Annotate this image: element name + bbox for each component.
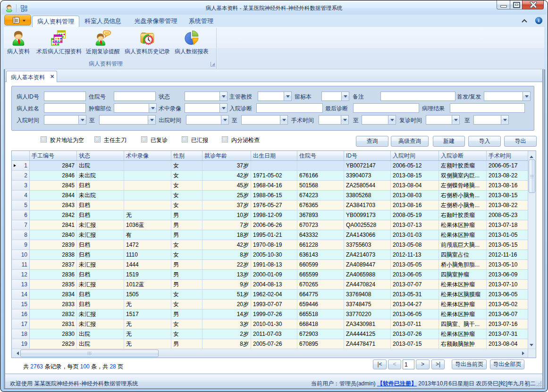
cell[interactable] [124, 200, 171, 210]
specimen-select[interactable] [321, 92, 349, 101]
cell[interactable]: 16 [12, 309, 30, 319]
cell[interactable]: 12 [12, 270, 30, 279]
cell[interactable]: 2839 [30, 240, 77, 250]
cell[interactable]: 10 [12, 250, 30, 259]
column-header-visit-age[interactable]: 就诊年龄 [202, 151, 251, 160]
checkbox-revisited[interactable] [141, 136, 147, 142]
horizontal-scrollbar-thumb[interactable] [20, 350, 159, 357]
cell[interactable]: 2013-06-07 [487, 309, 529, 319]
cell[interactable]: 四脑室肿瘤 [439, 270, 487, 279]
cell[interactable]: 2013-01-03 [391, 230, 439, 240]
cell[interactable]: ZA4143066 [344, 230, 391, 240]
cell[interactable]: 女 [171, 181, 202, 190]
cell[interactable]: 664775 [297, 290, 344, 299]
cell[interactable]: 8岁 [202, 339, 251, 349]
cell[interactable]: 25岁 [202, 191, 251, 200]
cell[interactable]: 女 [171, 161, 202, 170]
table-row[interactable]: 102838归档1110女8岁2005-10-30636143ZA4214073… [12, 250, 536, 260]
cell[interactable]: 2845 [30, 181, 77, 190]
admission-date-to-select[interactable] [99, 115, 156, 125]
cell[interactable]: 左侧桥小脑角... [439, 200, 487, 210]
ribbon-tab-disc-video-management[interactable]: 光盘录像带管理 [131, 16, 181, 27]
cell[interactable]: 女 [171, 300, 202, 309]
cell[interactable]: 2013-08-16 [487, 181, 529, 190]
cell[interactable]: 四脑室占位 [439, 250, 487, 259]
cell[interactable]: 2833 [30, 300, 77, 309]
cell[interactable]: 2 [12, 171, 30, 180]
cell[interactable]: ZA4470824 [344, 280, 391, 289]
chevron-down-icon[interactable] [149, 104, 156, 112]
query-button[interactable]: 查询 [356, 136, 388, 147]
surgery-video-select[interactable] [185, 103, 228, 113]
cell[interactable]: 2013-05-15 [487, 240, 529, 250]
cell[interactable]: 桥小脑角胆脂... [439, 260, 487, 269]
dialog-launcher-icon[interactable] [211, 62, 215, 67]
cell[interactable]: ZA4444125 [344, 329, 391, 339]
cell[interactable]: 女 [171, 200, 202, 210]
table-row[interactable]: 62842归档无男10岁1998-12-09367893YB0099173200… [12, 210, 536, 220]
cell[interactable]: 男 [171, 280, 202, 289]
cell[interactable]: 归档 [77, 270, 124, 279]
chevron-down-icon[interactable] [219, 104, 227, 112]
advanced-query-button[interactable]: 高级查询 [391, 136, 429, 147]
ribbon-tab-system-management[interactable]: 系统管理 [185, 16, 218, 27]
cell[interactable]: 2838 [30, 250, 77, 259]
cell[interactable]: 男 [171, 230, 202, 240]
cell[interactable]: 2840 [30, 230, 77, 240]
cell[interactable]: 1472 [124, 240, 171, 250]
ribbon-tab-patient-management[interactable]: 病人资料管理 [32, 16, 79, 27]
cell[interactable] [297, 161, 344, 170]
table-row[interactable]: 52843归档女37岁1976-05-27676365ZA38417032013… [12, 200, 536, 210]
cell[interactable]: 2830 [30, 329, 77, 339]
cell[interactable]: 1012蓝 [124, 280, 171, 289]
cell[interactable]: 672903 [297, 329, 344, 339]
cell[interactable]: 2843 [30, 200, 77, 210]
cell[interactable]: 1444 [124, 260, 171, 269]
column-header-admission-diagnosis[interactable]: 入院诊断 [439, 151, 487, 160]
cell[interactable]: 未汇报 [77, 230, 124, 240]
table-row[interactable]: 32845归档女45岁1968-04-16501568ZA25805442013… [12, 181, 536, 191]
revisit-date-from-select[interactable] [426, 115, 460, 125]
cell[interactable]: 松果体区肿瘤 [439, 230, 487, 240]
column-header-id-number[interactable]: ID号 [344, 151, 391, 160]
checkbox-reported[interactable] [182, 136, 188, 142]
cell[interactable]: 1991-08-13 [251, 260, 297, 269]
table-row[interactable]: 112837未汇报1444男22岁1991-08-13660599ZA40894… [12, 260, 536, 270]
cell[interactable]: 14 [12, 290, 30, 299]
cell[interactable]: 670265 [297, 280, 344, 289]
export-current-button[interactable]: 导出当前页 [452, 359, 487, 369]
cell[interactable]: 643332 [297, 230, 344, 240]
cell[interactable]: 未汇报 [77, 309, 124, 319]
cell[interactable]: 2835 [30, 280, 77, 289]
cell[interactable]: 2013-06-05 [391, 270, 439, 279]
cell[interactable]: YB0072147 [344, 161, 391, 170]
cell[interactable]: 676166 [297, 171, 344, 180]
cell[interactable]: 2013-06-05 [487, 290, 529, 299]
cell[interactable]: 2008-05-23 [487, 210, 529, 220]
cell[interactable]: 2846 [30, 171, 77, 180]
cell[interactable]: 1993-07-07 [251, 300, 297, 309]
table-row[interactable]: 192829出院无男8岁2005-07-26670895ZA4478471201… [12, 339, 536, 349]
horizontal-scrollbar[interactable] [12, 349, 528, 358]
cell[interactable]: 归档 [77, 181, 124, 190]
admission-date-from-select[interactable] [44, 115, 86, 125]
column-header-surgery-date[interactable]: 手术时间 [487, 151, 529, 160]
scroll-down-button[interactable] [528, 340, 536, 348]
cell[interactable]: 1519 [124, 270, 171, 279]
last-page-button[interactable]: >| [431, 359, 445, 369]
cell[interactable]: 未汇报 [77, 319, 124, 329]
cell[interactable]: 2836 [30, 270, 77, 279]
cell[interactable]: 33904073 [344, 171, 391, 180]
cell[interactable]: 45岁 [202, 181, 251, 190]
cell[interactable]: 四脑室、脑干... [439, 319, 487, 329]
cell[interactable]: 8 [12, 230, 30, 240]
column-header-gender[interactable]: 性别 [171, 151, 202, 160]
cell[interactable]: 男 [171, 270, 202, 279]
cell[interactable]: 2012-11-13 [391, 250, 439, 259]
table-row[interactable]: 12847出院女37岁YB00721472006-05-12左额叶胶质瘤2006… [12, 161, 536, 171]
cell[interactable] [124, 181, 171, 190]
cell[interactable]: 42岁 [202, 240, 251, 250]
cell[interactable]: 2013-01-05 [487, 230, 529, 240]
scroll-left-button[interactable] [12, 349, 20, 357]
cell[interactable]: 33748475 [344, 300, 391, 309]
